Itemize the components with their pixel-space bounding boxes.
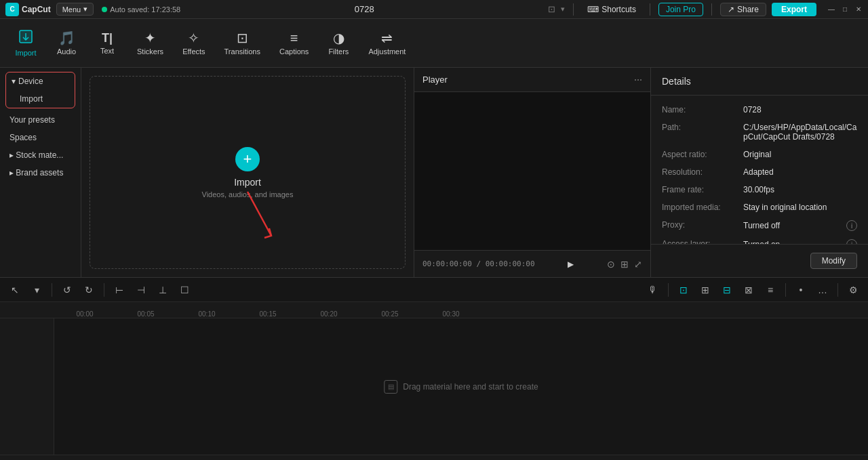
left-panel-section: ▾ Device Import Your presets Spaces ▸ St…: [0, 68, 81, 184]
menu-button[interactable]: Menu ▾: [56, 3, 94, 16]
tl-icon-6[interactable]: •: [791, 280, 810, 299]
player-header: Player ⋯: [414, 68, 650, 92]
proxy-info-icon[interactable]: i: [846, 220, 857, 231]
captions-icon: ≡: [290, 31, 298, 45]
effects-icon: ✧: [188, 31, 199, 45]
tl-icon-7[interactable]: …: [813, 280, 832, 299]
tl-settings-button[interactable]: ⚙: [844, 280, 863, 299]
toolbar-stickers[interactable]: ✦ Stickers: [127, 26, 173, 61]
details-panel: Details Name: 0728 Path: C:/Users/HP/App…: [651, 68, 868, 277]
undo-button[interactable]: ↺: [58, 280, 77, 299]
window-controls: — □ ✕: [827, 5, 863, 14]
tl-icon-2[interactable]: ⊞: [696, 280, 715, 299]
app-logo: C CapCut: [5, 3, 51, 16]
tl-icon-5[interactable]: ≡: [761, 280, 780, 299]
modify-button[interactable]: Modify: [810, 253, 857, 269]
import-item[interactable]: Import: [6, 90, 75, 108]
timeline-tracks[interactable]: ▤ Drag material here and start to create: [54, 318, 868, 455]
redo-button[interactable]: ↻: [79, 280, 98, 299]
drop-zone-message: ▤ Drag material here and start to create: [384, 380, 538, 394]
details-body: Name: 0728 Path: C:/Users/HP/AppData/Loc…: [651, 96, 868, 244]
red-arrow: [227, 185, 281, 248]
import-zone[interactable]: + Import Videos, audios, and images: [90, 76, 406, 269]
auto-save-status: Auto saved: 17:23:58: [102, 5, 180, 14]
timeline-left-col: [0, 318, 54, 455]
timeline-section: ↖ ▾ ↺ ↻ ⊢ ⊣ ⊥ ☐ 🎙 ⊡ ⊞ ⊟ ⊠ ≡ • … ⚙ 00:00 …: [0, 277, 868, 460]
player-body: [414, 92, 650, 250]
ruler-mark-2: 00:10: [176, 310, 237, 318]
tl-icon-1[interactable]: ⊡: [674, 280, 693, 299]
ruler-mark-0: 00:00: [54, 310, 115, 318]
aspect-ratio-icon[interactable]: ⊞: [620, 259, 629, 270]
detail-path: Path: C:/Users/HP/AppData/Local/CapCut/C…: [651, 119, 868, 146]
toolbar-transitions[interactable]: ⊡ Transitions: [215, 26, 270, 61]
mic-button[interactable]: 🎙: [644, 280, 663, 299]
fullscreen-icon[interactable]: ⤢: [634, 259, 642, 270]
join-pro-button[interactable]: Join Pro: [658, 3, 703, 16]
toolbar-text[interactable]: T| Text: [87, 26, 127, 60]
import-plus-icon: +: [235, 147, 260, 171]
spaces-item[interactable]: Spaces: [3, 129, 78, 146]
timeline-toolbar: ↖ ▾ ↺ ↻ ⊢ ⊣ ⊥ ☐ 🎙 ⊡ ⊞ ⊟ ⊠ ≡ • … ⚙: [0, 278, 868, 302]
your-presets-item[interactable]: Your presets: [3, 111, 78, 129]
text-icon: T|: [102, 32, 113, 44]
toolbar-import[interactable]: Import: [5, 24, 46, 62]
project-title: 0728: [180, 4, 548, 14]
cursor-dropdown-button[interactable]: ▾: [27, 280, 46, 299]
time-display: 00:00:00:00 / 00:00:00:00: [422, 259, 535, 268]
export-button[interactable]: Export: [772, 3, 816, 16]
split-mid-button[interactable]: ⊥: [153, 280, 172, 299]
tl-icon-4[interactable]: ⊠: [739, 280, 758, 299]
player-title: Player: [422, 75, 448, 85]
player-controls: 00:00:00:00 / 00:00:00:00 ▶ ⊙ ⊞ ⤢: [414, 250, 650, 277]
minimize-button[interactable]: —: [827, 5, 835, 14]
top-bar-right: ⊡ ▾ ⌨ Shortcuts Join Pro ↗ Share Export …: [548, 3, 863, 16]
split-button[interactable]: ⊢: [110, 280, 129, 299]
detail-access-layer: Access layer: Turned on i: [651, 235, 868, 244]
details-footer: Modify: [651, 244, 868, 277]
toolbar-effects[interactable]: ✧ Effects: [173, 26, 214, 61]
ruler-mark-1: 00:05: [115, 310, 176, 318]
toolbar: Import 🎵 Audio T| Text ✦ Stickers ✧ Effe…: [0, 19, 868, 68]
share-button[interactable]: ↗ Share: [720, 3, 766, 16]
logo-icon: C: [5, 3, 19, 16]
detail-name: Name: 0728: [651, 101, 868, 119]
player-menu-icon[interactable]: ⋯: [634, 75, 642, 85]
toolbar-adjustment[interactable]: ⇌ Adjustment: [359, 26, 415, 61]
ruler-mark-3: 00:15: [237, 310, 298, 318]
timeline-content: ▤ Drag material here and start to create: [0, 318, 868, 455]
close-button[interactable]: ✕: [854, 5, 863, 14]
crop-button[interactable]: ☐: [175, 280, 194, 299]
timeline-scrollbar[interactable]: [0, 455, 868, 460]
detail-frame-rate: Frame rate: 30.00fps: [651, 181, 868, 198]
ruler-marks: 00:00 00:05 00:10 00:15 00:20 00:25 00:3…: [54, 302, 868, 318]
device-item[interactable]: ▾ Device: [6, 72, 75, 90]
stickers-icon: ✦: [144, 31, 156, 45]
detail-aspect-ratio: Aspect ratio: Original: [651, 146, 868, 163]
screenshot-icon[interactable]: ⊙: [607, 259, 615, 270]
access-layer-info-icon[interactable]: i: [846, 239, 857, 244]
main-content: ▾ Device Import Your presets Spaces ▸ St…: [0, 68, 868, 277]
adjustment-icon: ⇌: [381, 31, 393, 45]
maximize-button[interactable]: □: [841, 5, 849, 14]
split-right-button[interactable]: ⊣: [132, 280, 151, 299]
cursor-tool-button[interactable]: ↖: [5, 280, 24, 299]
tl-icon-3[interactable]: ⊟: [717, 280, 736, 299]
play-button[interactable]: ▶: [563, 256, 579, 272]
transitions-icon: ⊡: [237, 31, 248, 45]
player-area: Player ⋯ 00:00:00:00 / 00:00:00:00 ▶ ⊙ ⊞…: [414, 68, 651, 277]
detail-resolution: Resolution: Adapted: [651, 163, 868, 181]
shortcuts-button[interactable]: ⌨ Shortcuts: [582, 3, 642, 16]
filters-icon: ◑: [333, 31, 344, 45]
detail-imported-media: Imported media: Stay in original locatio…: [651, 198, 868, 216]
toolbar-audio[interactable]: 🎵 Audio: [46, 26, 87, 61]
toolbar-filters[interactable]: ◑ Filters: [318, 26, 359, 61]
ruler-mark-4: 00:20: [298, 310, 359, 318]
brand-assets-item[interactable]: ▸ Brand assets: [3, 164, 78, 182]
media-area: + Import Videos, audios, and images: [81, 68, 414, 277]
stock-mate-item[interactable]: ▸ Stock mate...: [3, 146, 78, 164]
toolbar-captions[interactable]: ≡ Captions: [270, 26, 318, 61]
svg-line-3: [248, 192, 271, 236]
app-name: CapCut: [22, 5, 51, 14]
detail-proxy: Proxy: Turned off i: [651, 216, 868, 235]
